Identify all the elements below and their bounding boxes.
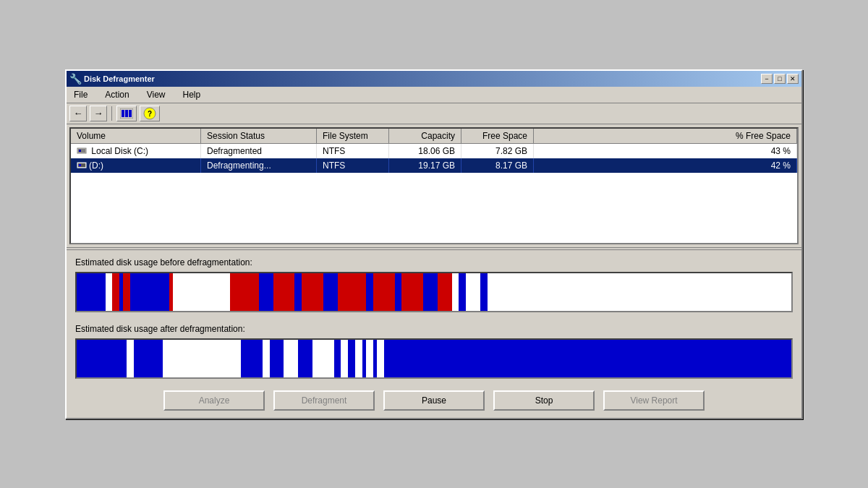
- main-window: 🔧 Disk Defragmenter − □ ✕ File Action Vi…: [65, 69, 803, 419]
- close-button[interactable]: ✕: [787, 74, 799, 84]
- header-volume: Volume: [71, 129, 201, 143]
- cell-pct-d: 42 %: [534, 158, 797, 173]
- seg-blue: [384, 340, 791, 377]
- help-icon: ?: [143, 107, 156, 120]
- toolbar: ← → ?: [67, 103, 801, 124]
- seg-white: [173, 273, 230, 311]
- svg-text:?: ?: [148, 110, 152, 118]
- table-row[interactable]: Local Disk (C:) Defragmented NTFS 18.06 …: [71, 144, 797, 158]
- disk-table-wrapper: Volume Session Status File System Capaci…: [67, 124, 801, 247]
- title-bar-left: 🔧 Disk Defragmenter: [69, 73, 155, 85]
- drive-icon-d: [77, 162, 87, 169]
- analyze-button[interactable]: Analyze: [163, 390, 265, 411]
- cell-pct-c: 43 %: [534, 144, 797, 158]
- seg-blue: [480, 273, 488, 311]
- window-title: Disk Defragmenter: [84, 74, 155, 83]
- svg-rect-1: [122, 110, 124, 117]
- table-header: Volume Session Status File System Capaci…: [71, 129, 797, 144]
- seg-white: [377, 340, 384, 377]
- svg-rect-8: [79, 150, 81, 152]
- svg-rect-3: [129, 110, 132, 117]
- defrag-icon: [120, 108, 133, 119]
- seg-blue: [294, 273, 302, 311]
- seg-white: [488, 273, 791, 311]
- seg-blue: [134, 340, 163, 377]
- help-button[interactable]: ?: [140, 106, 160, 121]
- after-label: Estimated disk usage after defragmentati…: [75, 324, 793, 334]
- seg-blue: [334, 340, 341, 377]
- menu-view[interactable]: View: [142, 88, 170, 101]
- seg-red: [373, 273, 395, 311]
- header-pctfree: % Free Space: [534, 129, 797, 143]
- svg-rect-11: [79, 164, 81, 166]
- seg-red: [230, 273, 259, 311]
- seg-blue: [134, 273, 169, 311]
- seg-white: [355, 340, 362, 377]
- seg-blue: [366, 273, 373, 311]
- seg-blue: [259, 273, 273, 311]
- svg-rect-2: [125, 110, 128, 117]
- seg-red: [123, 273, 130, 311]
- cell-status-c: Defragmented: [201, 144, 317, 158]
- minimize-button[interactable]: −: [761, 74, 773, 84]
- header-filesystem: File System: [317, 129, 389, 143]
- seg-blue: [395, 273, 402, 311]
- cell-free-c: 7.82 GB: [461, 144, 534, 158]
- seg-blue: [270, 340, 284, 377]
- toolbar-separator: [111, 106, 112, 121]
- seg-white: [312, 340, 334, 377]
- after-bar: [75, 338, 793, 379]
- cell-volume-d: (D:): [71, 158, 201, 173]
- seg-blue: [323, 273, 338, 311]
- back-button[interactable]: ←: [69, 106, 87, 121]
- menu-help[interactable]: Help: [179, 88, 205, 101]
- seg-red: [302, 273, 323, 311]
- cell-fs-c: NTFS: [317, 144, 389, 158]
- seg-red: [112, 273, 119, 311]
- seg-white: [466, 273, 480, 311]
- forward-button[interactable]: →: [90, 106, 107, 121]
- seg-red: [438, 273, 452, 311]
- drive-icon-c: [77, 147, 87, 155]
- disk-table-inner: Volume Session Status File System Capaci…: [69, 127, 799, 244]
- seg-white: [127, 340, 134, 377]
- seg-white: [284, 340, 298, 377]
- header-status: Session Status: [201, 129, 317, 143]
- menu-bar: File Action View Help: [67, 87, 801, 103]
- seg-blue: [298, 340, 312, 377]
- cell-capacity-c: 18.06 GB: [389, 144, 461, 158]
- title-buttons: − □ ✕: [761, 74, 799, 84]
- menu-file[interactable]: File: [69, 88, 92, 101]
- header-capacity: Capacity: [389, 129, 461, 143]
- cell-fs-d: NTFS: [317, 158, 389, 173]
- seg-blue: [77, 340, 127, 377]
- defragment-button[interactable]: Defragment: [273, 390, 375, 411]
- seg-white: [341, 340, 348, 377]
- buttons-row: Analyze Defragment Pause Stop View Repor…: [67, 383, 801, 418]
- seg-blue: [348, 340, 355, 377]
- menu-action[interactable]: Action: [101, 88, 133, 101]
- seg-white: [106, 273, 113, 311]
- pause-button[interactable]: Pause: [383, 390, 485, 411]
- table-row[interactable]: (D:) Defragmenting... NTFS 19.17 GB 8.17…: [71, 158, 797, 173]
- seg-white: [366, 340, 373, 377]
- view-report-button[interactable]: View Report: [603, 390, 705, 411]
- title-bar: 🔧 Disk Defragmenter − □ ✕: [67, 71, 801, 87]
- before-viz-section: Estimated disk usage before defragmentat…: [67, 250, 801, 317]
- seg-blue: [459, 273, 466, 311]
- seg-white: [163, 340, 242, 377]
- content-area: Volume Session Status File System Capaci…: [67, 124, 801, 418]
- seg-white: [263, 340, 270, 377]
- cell-capacity-d: 19.17 GB: [389, 158, 461, 173]
- before-bar: [75, 272, 793, 312]
- seg-red: [401, 273, 423, 311]
- stop-button[interactable]: Stop: [493, 390, 595, 411]
- seg-white: [452, 273, 459, 311]
- seg-blue: [77, 273, 106, 311]
- seg-red: [338, 273, 367, 311]
- cell-free-d: 8.17 GB: [461, 158, 534, 173]
- maximize-button[interactable]: □: [774, 74, 786, 84]
- defrag-icon-button[interactable]: [116, 106, 137, 121]
- cell-status-d: Defragmenting...: [201, 158, 317, 173]
- seg-blue: [241, 340, 263, 377]
